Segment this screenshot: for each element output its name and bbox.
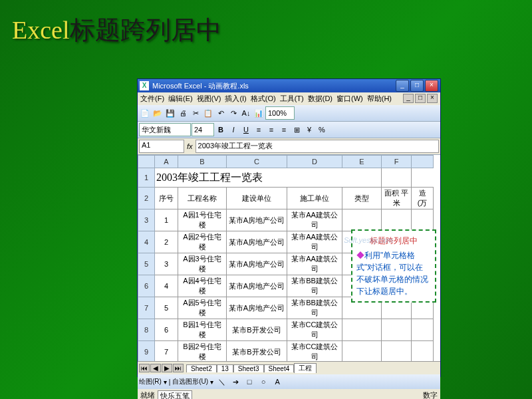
cell[interactable]: 某市A房地产公司 [227, 231, 287, 253]
cell[interactable]: 某市A房地产公司 [227, 275, 287, 297]
cell[interactable]: A园2号住宅楼 [178, 231, 227, 253]
titlebar[interactable]: X Microsoft Excel - 动画教程.xls _ □ × [138, 79, 440, 92]
print-icon[interactable]: 🖨 [177, 107, 189, 119]
formula-input[interactable]: 2003年竣工工程一览表 [196, 140, 439, 153]
currency-icon[interactable]: ¥ [303, 124, 315, 136]
cell[interactable]: 某市BB建筑公司 [287, 275, 342, 297]
save-icon[interactable]: 💾 [164, 107, 176, 119]
cell[interactable]: 7 [155, 341, 178, 362]
menu-data[interactable]: 数据(D) [308, 94, 332, 104]
cell[interactable]: 5 [155, 297, 178, 319]
maximize-button[interactable]: □ [410, 80, 424, 92]
col-header[interactable]: B [178, 156, 227, 168]
row-header[interactable]: 9 [138, 341, 155, 362]
cell[interactable]: 某市AA建筑公司 [287, 231, 342, 253]
col-header[interactable]: D [287, 156, 342, 168]
title-cell[interactable]: 2003年竣工工程一览表 [155, 168, 382, 188]
col-header[interactable]: C [227, 156, 287, 168]
mdi-close[interactable]: × [427, 94, 438, 103]
line-icon[interactable]: ＼ [215, 376, 227, 388]
cell[interactable] [342, 319, 382, 341]
cell[interactable]: 某市B开发公司 [227, 319, 287, 341]
cell[interactable] [382, 209, 412, 231]
cell[interactable]: B园2号住宅楼 [178, 341, 227, 362]
menu-tools[interactable]: 工具(T) [280, 94, 304, 104]
font-name-box[interactable]: 华文新魏 [139, 123, 191, 136]
row-header[interactable]: 5 [138, 253, 155, 275]
percent-icon[interactable]: % [316, 124, 328, 136]
new-icon[interactable]: 📄 [139, 107, 151, 119]
row-header[interactable]: 1 [138, 168, 155, 188]
cell[interactable]: 建设单位 [227, 188, 287, 209]
sheet-tab[interactable]: Sheet2 [186, 364, 217, 372]
ime-indicator[interactable]: 快乐五笔 [158, 390, 192, 399]
close-button[interactable]: × [425, 80, 438, 92]
copy-icon[interactable]: 📋 [202, 107, 214, 119]
sheet-tab[interactable]: Sheet4 [264, 364, 295, 372]
bold-icon[interactable]: B [215, 124, 227, 136]
cell[interactable]: 某市A房地产公司 [227, 253, 287, 275]
menu-edit[interactable]: 编辑(E) [168, 94, 193, 104]
cell[interactable]: 3 [155, 253, 178, 275]
menu-format[interactable]: 格式(O) [251, 94, 276, 104]
cell[interactable] [412, 209, 434, 231]
textbox-icon[interactable]: A [271, 376, 283, 388]
cell[interactable] [342, 209, 382, 231]
cell[interactable]: 序号 [155, 188, 178, 209]
tab-prev-icon[interactable]: ◀ [150, 364, 161, 372]
minimize-button[interactable]: _ [396, 80, 409, 92]
col-header[interactable]: F [382, 156, 412, 168]
sort-asc-icon[interactable]: A↓ [240, 107, 252, 119]
arrow-icon[interactable]: ➔ [229, 376, 241, 388]
col-header[interactable]: E [342, 156, 382, 168]
cell[interactable] [412, 319, 434, 341]
cell[interactable] [412, 341, 434, 362]
chart-icon[interactable]: 📊 [253, 107, 265, 119]
rect-icon[interactable]: □ [243, 376, 255, 388]
cell[interactable] [382, 341, 412, 362]
sheet-tab[interactable]: Sheet3 [233, 364, 264, 372]
select-all[interactable] [138, 156, 155, 168]
mdi-restore[interactable]: □ [415, 94, 426, 103]
cell[interactable]: 某市AA建筑公司 [287, 209, 342, 231]
cell[interactable]: 某市AA建筑公司 [287, 253, 342, 275]
merge-icon[interactable]: ⊞ [291, 124, 303, 136]
cell[interactable]: 6 [155, 319, 178, 341]
zoom-box[interactable]: 100% [265, 106, 295, 120]
cell[interactable] [382, 168, 412, 188]
redo-icon[interactable]: ↷ [227, 107, 239, 119]
menu-window[interactable]: 窗口(W) [336, 94, 363, 104]
cell[interactable] [342, 341, 382, 362]
menu-view[interactable]: 视图(V) [197, 94, 221, 104]
sheet-tab[interactable]: 13 [217, 364, 233, 372]
cell[interactable]: A园1号住宅楼 [178, 209, 227, 231]
cell[interactable] [382, 319, 412, 341]
open-icon[interactable]: 📂 [152, 107, 164, 119]
menu-help[interactable]: 帮助(H) [367, 94, 392, 104]
cell[interactable]: B园1号住宅楼 [178, 319, 227, 341]
cell[interactable] [412, 168, 434, 188]
row-header[interactable]: 3 [138, 209, 155, 231]
row-header[interactable]: 2 [138, 188, 155, 209]
tab-next-icon[interactable]: ▶ [162, 364, 172, 372]
cell[interactable]: 某市A房地产公司 [227, 209, 287, 231]
cell[interactable]: 某市B开发公司 [227, 341, 287, 362]
cell[interactable]: 某市CC建筑公司 [287, 319, 342, 341]
row-header[interactable]: 4 [138, 231, 155, 253]
cell[interactable]: A园4号住宅楼 [178, 275, 227, 297]
underline-icon[interactable]: U [240, 124, 252, 136]
sheet-tab[interactable]: 工程 [294, 363, 317, 373]
cell[interactable]: A园3号住宅楼 [178, 253, 227, 275]
cell[interactable]: 4 [155, 275, 178, 297]
row-header[interactable]: 7 [138, 297, 155, 319]
cell[interactable]: 某市BB建筑公司 [287, 297, 342, 319]
cell[interactable]: A园5号住宅楼 [178, 297, 227, 319]
col-header[interactable] [412, 156, 434, 168]
fx-icon[interactable]: fx [187, 142, 193, 150]
cell[interactable]: 工程名称 [178, 188, 227, 209]
menu-file[interactable]: 文件(F) [140, 94, 164, 104]
drawing-menu[interactable]: 绘图(R) [139, 377, 162, 386]
align-right-icon[interactable]: ≡ [278, 124, 290, 136]
name-box[interactable]: A1 [139, 140, 184, 153]
row-header[interactable]: 8 [138, 319, 155, 341]
